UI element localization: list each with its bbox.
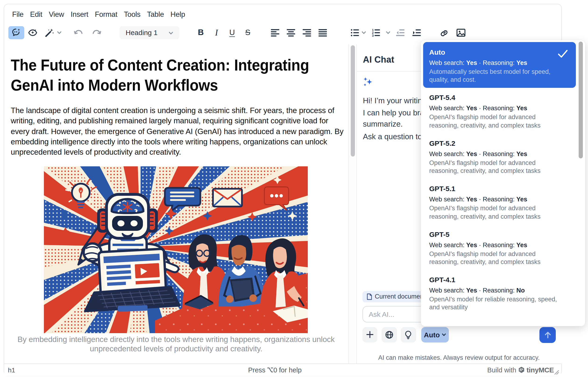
- svg-text:3: 3: [372, 34, 374, 37]
